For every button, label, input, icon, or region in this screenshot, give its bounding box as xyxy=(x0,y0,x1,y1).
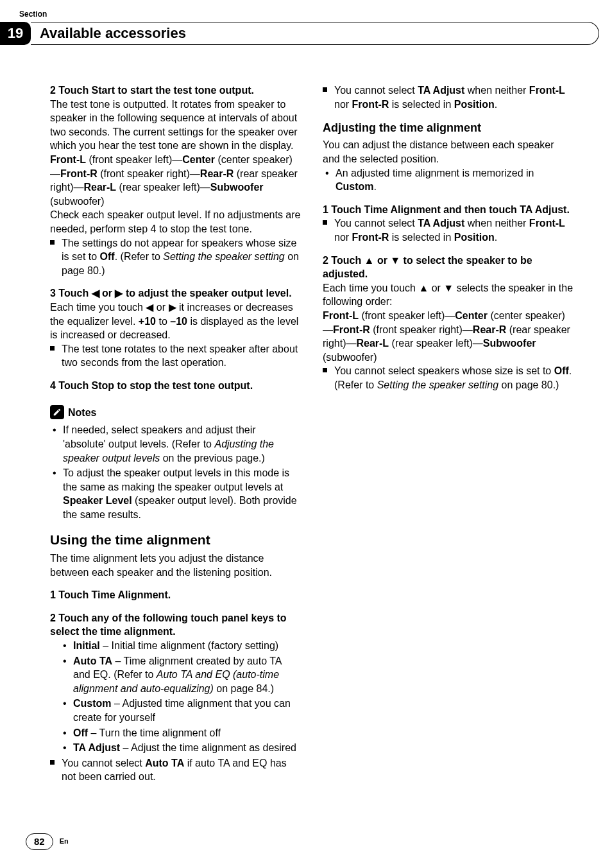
page-content: 2 Touch Start to start the test tone out… xyxy=(50,83,574,810)
section-label: Section xyxy=(19,9,47,19)
list-item: An adjusted time alignment is memorized … xyxy=(336,166,574,194)
body-text: Check each speaker output level. If no a… xyxy=(50,208,301,236)
list-item: Off – Turn the time alignment off xyxy=(73,726,301,740)
chapter-number-badge: 19 xyxy=(0,22,31,45)
step-heading: 2 Touch ▲ or ▼ to select the speaker to … xyxy=(323,254,574,281)
chapter-header: 19 Available accessories xyxy=(0,22,599,45)
body-text: The time alignment lets you adjust the d… xyxy=(50,551,301,579)
body-text: The test tone is outputted. It rotates f… xyxy=(50,98,301,153)
list-item: Custom – Adjusted time alignment that yo… xyxy=(73,697,301,724)
speaker-sequence: Front-L (front speaker left)—Center (cen… xyxy=(50,153,301,208)
body-text: Each time you touch ▲ or ▼ selects the s… xyxy=(323,281,574,309)
language-label: En xyxy=(60,837,69,846)
list-item: If needed, select speakers and adjust th… xyxy=(63,423,301,465)
list-item: Initial – Initial time alignment (factor… xyxy=(73,639,301,653)
step-heading: 2 Touch any of the following touch panel… xyxy=(50,611,301,639)
step-heading: 2 Touch Start to start the test tone out… xyxy=(50,83,301,98)
note-item: You cannot select TA Adjust when neither… xyxy=(323,216,574,244)
step-heading: 1 Touch Time Alignment and then touch TA… xyxy=(323,203,574,217)
step-heading: 1 Touch Time Alignment. xyxy=(50,588,301,602)
page-number: 82 xyxy=(26,833,53,850)
body-text: You can adjust the distance between each… xyxy=(323,138,574,166)
speaker-sequence: Front-L (front speaker left)—Center (cen… xyxy=(323,309,574,364)
list-item: To adjust the speaker output levels in t… xyxy=(63,466,301,521)
notes-label: Notes xyxy=(68,406,96,420)
body-text: Each time you touch ◀ or ▶ it increases … xyxy=(50,300,301,342)
heading-3: Adjusting the time alignment xyxy=(323,120,574,135)
list-item: TA Adjust – Adjust the time alignment as… xyxy=(73,741,301,755)
note-item: You cannot select speakers whose size is… xyxy=(323,364,574,392)
note-item: You cannot select TA Adjust when neither… xyxy=(323,83,574,111)
note-item: You cannot select Auto TA if auto TA and… xyxy=(50,756,301,784)
step-heading: 4 Touch Stop to stop the test tone outpu… xyxy=(50,379,301,393)
note-item: The test tone rotates to the next speake… xyxy=(50,342,301,370)
page-footer: 82 En xyxy=(26,833,69,850)
chapter-title: Available accessories xyxy=(31,22,599,45)
note-item: The settings do not appear for speakers … xyxy=(50,236,301,278)
heading-2: Using the time alignment xyxy=(50,531,301,549)
list-item: Auto TA – Time alignment created by auto… xyxy=(73,654,301,696)
pencil-icon xyxy=(50,405,64,419)
step-heading: 3 Touch ◀ or ▶ to adjust the speaker out… xyxy=(50,286,301,300)
notes-heading: Notes xyxy=(50,405,301,419)
